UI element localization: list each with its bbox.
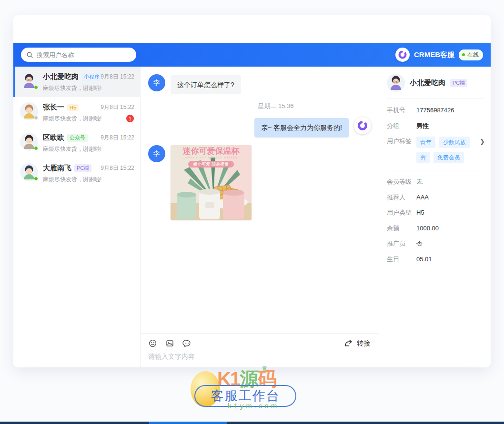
profile-field: 余额 1000.00: [387, 224, 483, 233]
profile-name: 小北爱吃肉: [410, 79, 445, 88]
watermark-sphere-icon: [191, 371, 220, 407]
crmeb-logo-icon: [395, 48, 410, 62]
contact-item[interactable]: 张长一 H5 麻烦尽快发货，谢谢啦! 9月8日 15:22 1: [13, 97, 140, 128]
user-tag: 穷: [416, 152, 430, 163]
platform-badge: H5: [67, 104, 79, 111]
online-indicator: [34, 146, 38, 150]
profile-platform-badge: PC端: [450, 79, 467, 87]
chat-panel: 李 这个订单怎么样了? 星期二 15:36 亲~ 客服会全力为你服务的!: [141, 67, 379, 367]
video-progress-bar: [0, 422, 504, 424]
agent-name: CRMEB客服: [414, 50, 454, 59]
search-box[interactable]: [21, 48, 136, 62]
online-indicator: [34, 177, 38, 181]
product-image[interactable]: 迷你可爱保温杯 JAPAN'S HOT BRAISED BEAKER 娇小可爱 …: [171, 145, 252, 220]
contact-item[interactable]: 大雁南飞 PC端 麻烦尽快发货，谢谢啦! 9月8日 15:22: [13, 158, 140, 188]
emoji-icon: [148, 339, 157, 348]
online-indicator: [34, 85, 38, 89]
contact-preview: 麻烦尽快发货，谢谢啦!: [43, 115, 134, 123]
profile-field: 手机号 17756987426: [387, 106, 483, 115]
chevron-right-icon[interactable]: ❯: [480, 138, 485, 145]
profile-field: 生日 05.01: [387, 255, 483, 264]
contact-time: 9月8日 15:22: [101, 73, 134, 81]
avatar: [20, 72, 38, 90]
contact-preview: 麻烦尽快发货，谢谢啦!: [43, 84, 134, 92]
user-tag: 青年: [416, 137, 435, 148]
incoming-image-message: 李: [148, 145, 371, 220]
contact-name: 小北爱吃肉: [43, 72, 79, 81]
profile-field: 推广员 否: [387, 239, 483, 248]
search-input[interactable]: [37, 51, 131, 59]
contact-time: 9月8日 15:22: [101, 164, 134, 172]
message-list: 李 这个订单怎么样了? 星期二 15:36 亲~ 客服会全力为你服务的!: [141, 67, 379, 333]
message-bubble-icon: [182, 339, 192, 348]
app-header: CRMEB客服 在线: [13, 43, 491, 67]
image-upload-button[interactable]: [165, 339, 174, 348]
avatar: [20, 163, 38, 181]
emoji-button[interactable]: [148, 339, 157, 348]
message-input[interactable]: [148, 353, 371, 364]
profile-panel: 小北爱吃肉 PC端 手机号 17756987426 分组 男性 用户标签 青年 …: [379, 67, 491, 367]
site-watermark: K1源码 ♛ 客服工作台 k1ym.com: [188, 370, 316, 413]
quick-reply-button[interactable]: [182, 339, 192, 348]
watermark-stamp: 客服工作台: [194, 385, 296, 407]
outgoing-message: 亲~ 客服会全力为你服务的!: [148, 117, 371, 137]
agent-avatar-icon: [354, 117, 371, 134]
user-tags-field: 用户标签 青年 少数民族 穷 免费会员 ❯: [387, 137, 483, 163]
product-tag: 娇小可爱 随身携带: [193, 162, 229, 167]
avatar: [20, 133, 38, 151]
contact-name: 大雁南飞: [43, 164, 71, 173]
profile-field: 用户类型 H5: [387, 208, 483, 217]
user-tag: 少数民族: [439, 137, 470, 148]
transfer-arrow-icon: [343, 339, 353, 348]
profile-field: 分组 男性: [387, 121, 483, 131]
offline-indicator: [34, 116, 38, 120]
search-icon: [26, 51, 33, 59]
transfer-button[interactable]: 转接: [343, 339, 370, 348]
unread-badge: 1: [126, 115, 134, 122]
progress-played-segment: [149, 422, 227, 424]
avatar: [387, 74, 405, 92]
product-title: 迷你可爱保温杯: [182, 147, 240, 156]
agent-info: CRMEB客服 在线: [395, 48, 483, 62]
image-icon: [165, 339, 174, 348]
contact-name: 张长一: [43, 103, 64, 112]
contact-time: 9月8日 15:22: [101, 103, 134, 111]
status-label: 在线: [467, 51, 479, 59]
peer-avatar: 李: [148, 74, 165, 91]
profile-field: 推荐人 AAA: [387, 193, 483, 202]
contact-preview: 麻烦尽快发货，谢谢啦!: [43, 145, 134, 153]
user-tag: 免费会员: [433, 152, 464, 163]
transfer-label: 转接: [357, 339, 370, 348]
message-bubble: 亲~ 客服会全力为你服务的!: [254, 118, 349, 137]
online-dot-icon: [462, 53, 465, 56]
profile-field: 会员等级 无: [387, 177, 483, 187]
time-divider: 星期二 15:36: [223, 102, 328, 110]
contact-name: 区欧欧: [43, 133, 64, 142]
contact-preview: 麻烦尽快发货，谢谢啦!: [43, 176, 134, 184]
product-subtitle: JAPAN'S HOT BRAISED BEAKER: [184, 157, 238, 159]
contact-item[interactable]: 小北爱吃肉 小程序 麻烦尽快发货，谢谢啦! 9月8日 15:22: [13, 67, 140, 97]
avatar: [20, 102, 38, 120]
chat-footer: 转接: [141, 333, 379, 367]
watermark-domain: k1ym.com: [228, 402, 279, 410]
contact-time: 9月8日 15:22: [101, 134, 134, 142]
contact-item[interactable]: 区欧欧 公众号 麻烦尽快发货，谢谢啦! 9月8日 15:22: [13, 128, 140, 158]
platform-badge: PC端: [74, 164, 91, 172]
workbench-card: CRMEB客服 在线: [13, 15, 491, 367]
divider: [386, 170, 484, 170]
card-top-strip: [13, 15, 491, 43]
watermark-brand: K1源码: [217, 369, 276, 388]
message-bubble: 这个订单怎么样了?: [171, 75, 241, 94]
contact-list: 小北爱吃肉 小程序 麻烦尽快发货，谢谢啦! 9月8日 15:22: [13, 67, 141, 367]
peer-avatar: 李: [148, 145, 165, 162]
divider: [386, 99, 484, 99]
platform-badge: 公众号: [67, 134, 88, 142]
incoming-message: 李 这个订单怎么样了?: [148, 74, 371, 94]
platform-badge: 小程序: [81, 73, 102, 81]
status-badge: 在线: [459, 49, 483, 60]
